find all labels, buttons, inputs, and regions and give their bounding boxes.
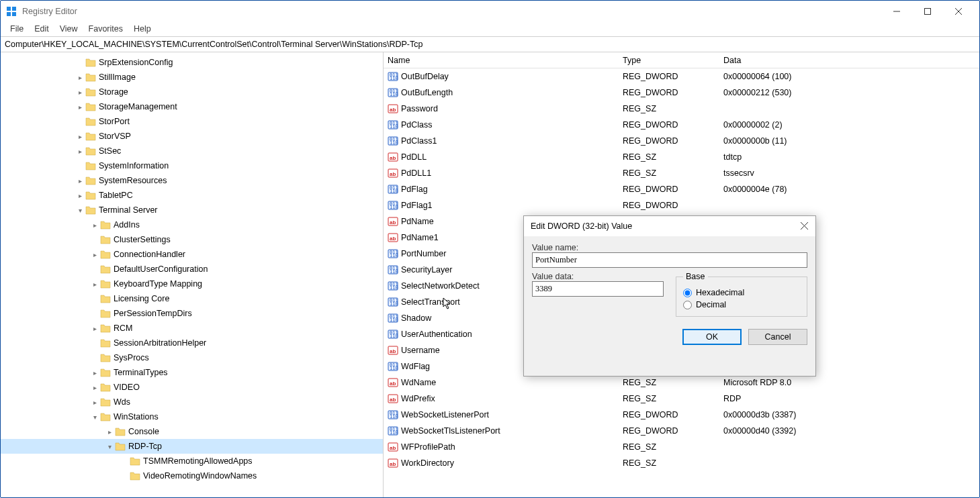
chevron-right-icon[interactable]: ▸	[104, 428, 115, 436]
value-row[interactable]: abPasswordREG_SZ	[384, 101, 979, 117]
chevron-down-icon[interactable]: ▾	[89, 413, 100, 421]
chevron-right-icon[interactable]: ▸	[75, 89, 85, 96]
menu-favorites[interactable]: Favorites	[83, 23, 128, 35]
chevron-right-icon[interactable]: ▸	[75, 103, 85, 111]
dialog-close-button[interactable]	[801, 221, 809, 232]
close-button[interactable]	[943, 1, 974, 21]
value-row[interactable]: 011110PdFlagREG_DWORD0x0000004e (78)	[384, 181, 979, 197]
reg-sz-icon: ab	[388, 232, 398, 243]
tree-node-persessiontempdirs[interactable]: ▸PerSessionTempDirs	[1, 306, 383, 321]
chevron-right-icon[interactable]: ▸	[89, 369, 100, 377]
column-data[interactable]: Data	[719, 56, 979, 65]
values-header[interactable]: Name Type Data	[384, 52, 979, 68]
tree-node-videoremotingwindownames[interactable]: ▸VideoRemotingWindowNames	[1, 468, 383, 483]
tree-node-storvsp[interactable]: ▸StorVSP	[1, 129, 383, 144]
chevron-right-icon[interactable]: ▸	[89, 281, 100, 288]
chevron-right-icon[interactable]: ▸	[89, 221, 100, 229]
tree-node-tsmmremotingallowedapps[interactable]: ▸TSMMRemotingAllowedApps	[1, 454, 383, 468]
tree-node-terminal-server[interactable]: ▾Terminal Server	[1, 203, 383, 217]
chevron-down-icon[interactable]: ▾	[104, 443, 115, 450]
radio-hex-input[interactable]	[683, 289, 692, 297]
chevron-right-icon[interactable]: ▸	[89, 384, 100, 391]
value-row[interactable]: 011110OutBufLengthREG_DWORD0x00000212 (5…	[384, 85, 979, 101]
value-data-field[interactable]	[532, 281, 664, 297]
tree-node-addins[interactable]: ▸AddIns	[1, 217, 383, 232]
column-type[interactable]: Type	[619, 56, 719, 65]
value-name: PdDLL1	[401, 168, 431, 178]
menu-edit[interactable]: Edit	[29, 23, 54, 35]
tree-node-clustersettings[interactable]: ▸ClusterSettings	[1, 232, 383, 247]
tree-node-stillimage[interactable]: ▸StillImage	[1, 70, 383, 85]
chevron-right-icon[interactable]: ▸	[75, 148, 85, 155]
value-row[interactable]: abWdNameREG_SZMicrosoft RDP 8.0	[384, 375, 979, 391]
chevron-right-icon[interactable]: ▸	[75, 133, 85, 140]
menu-file[interactable]: File	[5, 23, 29, 35]
tree-node-storport[interactable]: ▸StorPort	[1, 114, 383, 129]
value-data: tssecsrv	[719, 168, 979, 178]
minimize-button[interactable]	[881, 1, 912, 21]
tree-node-wds[interactable]: ▸Wds	[1, 395, 383, 409]
tree-node-stsec[interactable]: ▸StSec	[1, 144, 383, 158]
tree-node-storage[interactable]: ▸Storage	[1, 85, 383, 99]
tree-node-console[interactable]: ▸Console	[1, 424, 383, 439]
chevron-right-icon[interactable]: ▸	[75, 74, 85, 81]
address-bar[interactable]: Computer\HKEY_LOCAL_MACHINE\SYSTEM\Curre…	[1, 36, 979, 52]
regedit-app-icon	[6, 6, 17, 17]
tree-node-winstations[interactable]: ▾WinStations	[1, 409, 383, 424]
value-row[interactable]: 011110WebSocketTlsListenerPortREG_DWORD0…	[384, 423, 979, 439]
menu-help[interactable]: Help	[128, 23, 157, 35]
tree-node-terminaltypes[interactable]: ▸TerminalTypes	[1, 365, 383, 380]
tree-node-systeminformation[interactable]: ▸SystemInformation	[1, 158, 383, 173]
tree-node-tabletpc[interactable]: ▸TabletPC	[1, 188, 383, 203]
tree-node-systemresources[interactable]: ▸SystemResources	[1, 173, 383, 188]
column-name[interactable]: Name	[384, 56, 619, 65]
folder-icon	[85, 132, 96, 141]
value-name: PdFlag1	[401, 201, 433, 210]
tree-node-video[interactable]: ▸VIDEO	[1, 380, 383, 395]
svg-text:ab: ab	[390, 445, 396, 451]
reg-dword-icon: 011110	[388, 136, 398, 146]
value-row[interactable]: abWorkDirectoryREG_SZ	[384, 455, 979, 471]
chevron-right-icon[interactable]: ▸	[89, 251, 100, 258]
value-row[interactable]: 011110PdFlag1REG_DWORD	[384, 197, 979, 213]
value-row[interactable]: 011110OutBufDelayREG_DWORD0x00000064 (10…	[384, 68, 979, 85]
value-data: 0x0000000b (11)	[719, 136, 979, 146]
value-type: REG_DWORD	[619, 72, 719, 81]
value-row[interactable]: abWdPrefixREG_SZRDP	[384, 391, 979, 407]
svg-text:ab: ab	[390, 155, 396, 161]
tree-node-keyboardtype-mapping[interactable]: ▸KeyboardType Mapping	[1, 277, 383, 291]
tree-node-sessionarbitrationhelper[interactable]: ▸SessionArbitrationHelper	[1, 336, 383, 350]
maximize-button[interactable]	[912, 1, 943, 21]
tree-node-rcm[interactable]: ▸RCM	[1, 321, 383, 336]
menu-view[interactable]: View	[54, 23, 83, 35]
chevron-right-icon[interactable]: ▸	[75, 177, 85, 185]
tree-node-licensing-core[interactable]: ▸Licensing Core	[1, 291, 383, 306]
value-row[interactable]: abPdDLL1REG_SZtssecsrv	[384, 165, 979, 181]
tree-node-rdp-tcp[interactable]: ▾RDP-Tcp	[1, 439, 383, 454]
value-row[interactable]: abWFProfilePathREG_SZ	[384, 439, 979, 455]
tree-node-storagemanagement[interactable]: ▸StorageManagement	[1, 99, 383, 114]
cancel-button[interactable]: Cancel	[748, 329, 807, 345]
minimize-icon	[893, 8, 900, 15]
value-row[interactable]: abPdDLLREG_SZtdtcp	[384, 149, 979, 165]
chevron-right-icon[interactable]: ▸	[89, 399, 100, 406]
value-row[interactable]: 011110PdClassREG_DWORD0x00000002 (2)	[384, 117, 979, 133]
radio-dec-input[interactable]	[683, 301, 692, 309]
svg-text:110: 110	[390, 253, 398, 258]
chevron-down-icon[interactable]: ▾	[75, 207, 85, 214]
key-tree-pane[interactable]: ▸SrpExtensionConfig▸StillImage▸Storage▸S…	[1, 52, 384, 497]
chevron-right-icon[interactable]: ▸	[75, 192, 85, 199]
chevron-right-icon[interactable]: ▸	[89, 325, 100, 332]
tree-node-srpextensionconfig[interactable]: ▸SrpExtensionConfig	[1, 55, 383, 70]
radio-hex[interactable]: Hexadecimal	[683, 288, 800, 297]
value-name: Password	[401, 104, 438, 113]
radio-dec[interactable]: Decimal	[683, 300, 800, 309]
value-row[interactable]: 011110PdClass1REG_DWORD0x0000000b (11)	[384, 133, 979, 149]
value-row[interactable]: 011110WebSocketListenerPortREG_DWORD0x00…	[384, 407, 979, 423]
value-name: SelectNetworkDetect	[401, 281, 480, 291]
tree-node-connectionhandler[interactable]: ▸ConnectionHandler	[1, 247, 383, 262]
ok-button[interactable]: OK	[682, 329, 742, 345]
tree-node-sysprocs[interactable]: ▸SysProcs	[1, 350, 383, 365]
tree-node-defaultuserconfiguration[interactable]: ▸DefaultUserConfiguration	[1, 262, 383, 277]
dialog-titlebar[interactable]: Edit DWORD (32-bit) Value	[524, 216, 815, 236]
